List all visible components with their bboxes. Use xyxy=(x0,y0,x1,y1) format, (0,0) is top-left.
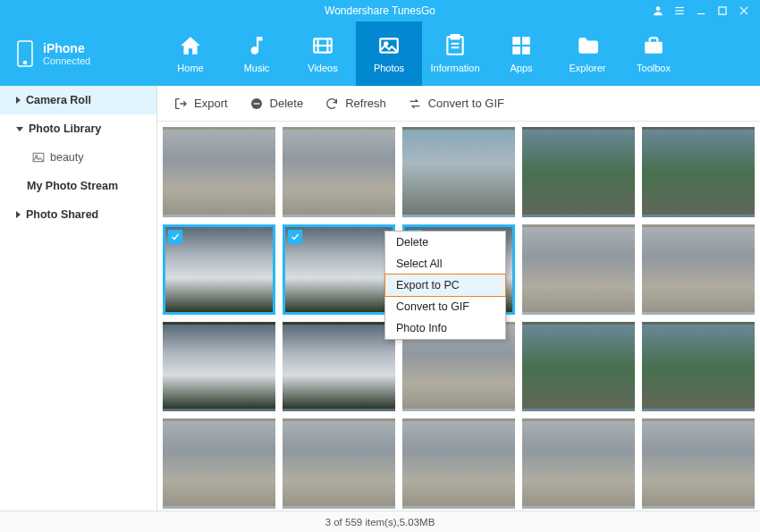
ctx-photo-info[interactable]: Photo Info xyxy=(385,317,505,339)
photo-thumb[interactable] xyxy=(283,127,395,217)
tab-photos[interactable]: Photos xyxy=(356,21,422,86)
svg-rect-24 xyxy=(645,42,663,54)
refresh-icon xyxy=(325,97,339,111)
svg-rect-28 xyxy=(253,103,259,104)
delete-button[interactable]: Delete xyxy=(249,97,304,111)
header: iPhone Connected Home Music Videos Photo… xyxy=(0,21,760,86)
svg-rect-21 xyxy=(522,37,530,45)
photo-thumb-selected[interactable] xyxy=(283,224,395,315)
video-icon xyxy=(311,34,334,57)
photo-thumb[interactable] xyxy=(522,322,635,412)
window-controls xyxy=(647,0,755,21)
photo-thumb[interactable] xyxy=(522,224,635,315)
toolbar-label: Export xyxy=(194,97,228,110)
toolbox-icon xyxy=(642,34,665,57)
photo-thumb[interactable] xyxy=(642,224,755,315)
photo-thumb[interactable] xyxy=(642,322,755,412)
sidebar-item-photo-library[interactable]: Photo Library xyxy=(0,114,156,143)
tab-music[interactable]: Music xyxy=(224,21,290,86)
tab-explorer[interactable]: Explorer xyxy=(554,21,621,86)
sidebar-item-camera-roll[interactable]: Camera Roll xyxy=(0,86,156,114)
close-button[interactable] xyxy=(733,0,755,21)
ctx-export-to-pc[interactable]: Export to PC xyxy=(384,274,506,297)
refresh-button[interactable]: Refresh xyxy=(325,97,386,111)
tab-videos[interactable]: Videos xyxy=(290,21,356,86)
app-title: Wondershare TunesGo xyxy=(325,4,435,17)
device-panel[interactable]: iPhone Connected xyxy=(0,21,157,86)
sidebar-item-label: Photo Library xyxy=(29,122,101,135)
tab-label: Toolbox xyxy=(637,63,671,73)
checkbox-checked-icon xyxy=(168,230,182,244)
menu-icon[interactable] xyxy=(669,0,690,21)
tab-home[interactable]: Home xyxy=(157,21,224,86)
tab-toolbox[interactable]: Toolbox xyxy=(621,21,687,86)
phone-icon xyxy=(16,39,34,68)
context-menu: Delete Select All Export to PC Convert t… xyxy=(384,231,506,340)
svg-rect-22 xyxy=(512,46,520,55)
toolbar: Export Delete Refresh Convert to GIF xyxy=(157,86,760,122)
home-icon xyxy=(179,34,202,57)
sidebar-item-beauty[interactable]: beauty xyxy=(0,143,156,172)
photo-thumb[interactable] xyxy=(642,127,755,217)
tab-label: Music xyxy=(244,63,270,73)
information-icon xyxy=(443,34,467,57)
user-icon[interactable] xyxy=(647,0,669,21)
photo-thumb[interactable] xyxy=(402,418,515,509)
photo-thumb[interactable] xyxy=(163,127,275,217)
folder-icon xyxy=(576,34,599,57)
sidebar-item-my-photo-stream[interactable]: My Photo Stream xyxy=(0,172,156,200)
photo-thumb[interactable] xyxy=(402,127,515,217)
svg-point-9 xyxy=(24,62,27,64)
device-name: iPhone xyxy=(43,41,90,55)
toolbar-label: Refresh xyxy=(345,97,386,110)
svg-rect-17 xyxy=(452,35,460,38)
expand-icon xyxy=(16,97,21,104)
sidebar-item-photo-shared[interactable]: Photo Shared xyxy=(0,200,156,229)
svg-rect-23 xyxy=(522,46,530,55)
titlebar: Wondershare TunesGo xyxy=(0,0,760,21)
photo-thumb[interactable] xyxy=(522,127,635,217)
tab-label: Videos xyxy=(308,63,337,73)
photo-thumb[interactable] xyxy=(283,418,395,509)
photo-thumb[interactable] xyxy=(522,418,635,509)
tab-label: Information xyxy=(430,63,479,73)
convert-icon xyxy=(408,97,422,111)
export-button[interactable]: Export xyxy=(173,97,228,111)
maximize-button[interactable] xyxy=(712,0,733,21)
toolbar-label: Convert to GIF xyxy=(428,97,504,110)
status-bar: 3 of 559 item(s),5.03MB xyxy=(0,511,760,532)
picture-icon xyxy=(32,152,45,163)
status-text: 3 of 559 item(s),5.03MB xyxy=(325,517,435,528)
photo-thumb[interactable] xyxy=(163,322,275,412)
ctx-convert-to-gif[interactable]: Convert to GIF xyxy=(385,296,505,317)
minimize-button[interactable] xyxy=(690,0,712,21)
photo-thumb[interactable] xyxy=(283,322,395,412)
photo-thumb-selected[interactable] xyxy=(163,224,275,315)
tab-label: Apps xyxy=(510,63,532,73)
tab-label: Photos xyxy=(374,63,404,73)
photos-icon xyxy=(377,34,401,57)
photo-grid-container: Delete Select All Export to PC Convert t… xyxy=(157,122,760,511)
tab-label: Explorer xyxy=(570,63,606,73)
collapse-icon xyxy=(16,127,23,131)
convert-gif-button[interactable]: Convert to GIF xyxy=(408,97,504,111)
tab-apps[interactable]: Apps xyxy=(488,21,554,86)
expand-icon xyxy=(16,211,21,218)
svg-rect-20 xyxy=(512,37,520,45)
music-icon xyxy=(245,34,268,57)
sidebar-item-label: Camera Roll xyxy=(26,94,91,106)
checkbox-checked-icon xyxy=(288,230,302,244)
photo-thumb[interactable] xyxy=(642,418,755,509)
sidebar: Camera Roll Photo Library beauty My Phot… xyxy=(0,86,157,511)
svg-point-0 xyxy=(656,6,661,11)
svg-rect-5 xyxy=(719,7,726,14)
sidebar-item-label: Photo Shared xyxy=(26,208,98,221)
nav-tabs: Home Music Videos Photos Information App… xyxy=(157,21,760,86)
tab-information[interactable]: Information xyxy=(422,21,488,86)
toolbar-label: Delete xyxy=(270,97,304,110)
photo-thumb[interactable] xyxy=(163,418,275,509)
ctx-delete[interactable]: Delete xyxy=(385,232,505,253)
sidebar-item-label: beauty xyxy=(50,151,84,164)
sidebar-item-label: My Photo Stream xyxy=(27,180,118,192)
ctx-select-all[interactable]: Select All xyxy=(385,253,505,274)
